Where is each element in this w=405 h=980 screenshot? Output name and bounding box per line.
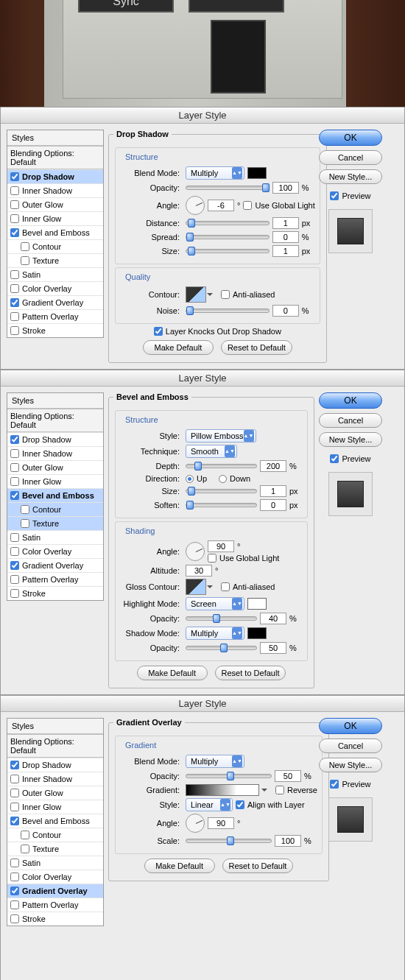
scale-slider[interactable] [186, 839, 272, 843]
knocks-out-checkbox[interactable] [154, 327, 163, 336]
style-item-inner-glow[interactable]: Inner Glow [7, 474, 103, 488]
chk-drop-shadow[interactable] [10, 172, 19, 181]
angle-input[interactable] [208, 200, 234, 211]
noise-input[interactable] [272, 305, 299, 317]
chk-stroke[interactable] [10, 589, 19, 598]
style-item-gradient-overlay[interactable]: Gradient Overlay [7, 884, 103, 898]
chk-satin[interactable] [10, 270, 19, 279]
new-style-button[interactable]: New Style... [319, 432, 382, 447]
style-item-drop-shadow[interactable]: Drop Shadow [7, 758, 103, 772]
technique-dropdown[interactable]: Smooth▲▼ [186, 445, 237, 458]
bevel-size-slider[interactable] [186, 489, 257, 493]
shadow-mode-dropdown[interactable]: Multiply▲▼ [186, 627, 244, 640]
gradient-blend-dropdown[interactable]: Multiply▲▼ [186, 755, 244, 768]
shadow-color-swatch[interactable] [247, 167, 267, 179]
ok-button[interactable]: OK [319, 718, 382, 734]
preview-checkbox[interactable] [330, 780, 339, 789]
reset-default-button[interactable]: Reset to Default [215, 666, 286, 680]
reset-default-button[interactable]: Reset to Default [221, 340, 292, 355]
chk-gradient-overlay[interactable] [10, 298, 19, 307]
noise-slider[interactable] [186, 309, 270, 313]
chk-pattern-overlay[interactable] [10, 900, 19, 909]
style-item-pattern-overlay[interactable]: Pattern Overlay [7, 572, 103, 586]
distance-slider[interactable] [186, 221, 270, 225]
chk-satin[interactable] [10, 859, 19, 867]
style-item-bevel-emboss[interactable]: Bevel and Emboss [7, 225, 103, 239]
gloss-anti-aliased-checkbox[interactable] [221, 582, 230, 591]
gradient-picker[interactable] [186, 784, 259, 796]
style-item-pattern-overlay[interactable]: Pattern Overlay [7, 898, 103, 912]
make-default-button[interactable]: Make Default [143, 340, 214, 355]
bevel-angle-dial[interactable] [186, 542, 205, 561]
chk-inner-shadow[interactable] [10, 449, 19, 458]
scale-input[interactable] [275, 835, 301, 847]
blend-mode-dropdown[interactable]: Multiply▲▼ [186, 166, 244, 180]
style-item-pattern-overlay[interactable]: Pattern Overlay [7, 309, 103, 323]
chk-gradient-overlay[interactable] [10, 561, 19, 570]
blending-options-row[interactable]: Blending Options: Default [7, 734, 103, 758]
blending-options-row[interactable]: Blending Options: Default [7, 409, 103, 432]
chk-gradient-overlay[interactable] [10, 886, 19, 895]
size-input[interactable] [272, 245, 299, 257]
shadow-opacity-slider[interactable] [186, 646, 257, 650]
cancel-button[interactable]: Cancel [319, 413, 382, 428]
reverse-checkbox[interactable] [275, 786, 284, 794]
chk-color-overlay[interactable] [10, 873, 19, 881]
style-item-drop-shadow[interactable]: Drop Shadow [7, 169, 103, 183]
style-item-texture[interactable]: Texture [7, 516, 103, 530]
style-item-stroke[interactable]: Stroke [7, 912, 103, 926]
direction-down-radio[interactable] [219, 475, 227, 483]
style-item-color-overlay[interactable]: Color Overlay [7, 870, 103, 884]
styles-header[interactable]: Styles [7, 393, 103, 409]
align-with-layer-checkbox[interactable] [236, 800, 244, 809]
chk-color-overlay[interactable] [10, 547, 19, 556]
chk-pattern-overlay[interactable] [10, 575, 19, 584]
use-global-light-checkbox[interactable] [243, 201, 252, 210]
chk-contour[interactable] [21, 242, 29, 251]
chk-texture[interactable] [21, 845, 29, 853]
style-item-texture[interactable]: Texture [7, 842, 103, 856]
reset-default-button[interactable]: Reset to Default [222, 859, 294, 873]
style-item-contour[interactable]: Contour [7, 828, 103, 842]
chk-bevel[interactable] [10, 228, 19, 237]
highlight-color-swatch[interactable] [247, 598, 267, 610]
chk-bevel[interactable] [10, 491, 19, 500]
depth-input[interactable] [260, 460, 286, 472]
style-item-inner-shadow[interactable]: Inner Shadow [7, 772, 103, 786]
chk-color-overlay[interactable] [10, 284, 19, 293]
chk-bevel[interactable] [10, 817, 19, 825]
new-style-button[interactable]: New Style... [319, 169, 382, 184]
styles-header[interactable]: Styles [7, 719, 103, 734]
chk-outer-glow[interactable] [10, 200, 19, 209]
opacity-input[interactable] [272, 182, 299, 194]
gradient-angle-dial[interactable] [186, 814, 205, 833]
chk-inner-shadow[interactable] [10, 775, 19, 783]
gradient-angle-input[interactable] [208, 817, 234, 829]
gradient-opacity-input[interactable] [275, 770, 301, 782]
gradient-style-dropdown[interactable]: Linear▲▼ [186, 798, 233, 811]
chk-outer-glow[interactable] [10, 463, 19, 472]
gradient-opacity-slider[interactable] [186, 774, 272, 778]
style-item-contour[interactable]: Contour [7, 502, 103, 516]
direction-up-radio[interactable] [186, 475, 194, 483]
chk-drop-shadow[interactable] [10, 435, 19, 444]
new-style-button[interactable]: New Style... [319, 758, 382, 772]
chk-inner-glow[interactable] [10, 803, 19, 811]
chk-texture[interactable] [21, 256, 29, 265]
style-item-gradient-overlay[interactable]: Gradient Overlay [7, 558, 103, 572]
spread-input[interactable] [272, 231, 299, 243]
gloss-contour-picker[interactable] [186, 579, 206, 595]
style-item-texture[interactable]: Texture [7, 253, 103, 267]
contour-picker[interactable] [186, 286, 206, 303]
style-item-gradient-overlay[interactable]: Gradient Overlay [7, 295, 103, 309]
ok-button[interactable]: OK [319, 130, 382, 146]
style-item-outer-glow[interactable]: Outer Glow [7, 786, 103, 800]
bevel-angle-input[interactable] [208, 540, 234, 552]
shadow-color-swatch[interactable] [247, 627, 267, 639]
highlight-mode-dropdown[interactable]: Screen▲▼ [186, 597, 244, 610]
cancel-button[interactable]: Cancel [319, 150, 382, 165]
chk-contour[interactable] [21, 505, 29, 514]
chk-inner-glow[interactable] [10, 214, 19, 223]
depth-slider[interactable] [186, 464, 257, 468]
style-item-inner-shadow[interactable]: Inner Shadow [7, 446, 103, 460]
